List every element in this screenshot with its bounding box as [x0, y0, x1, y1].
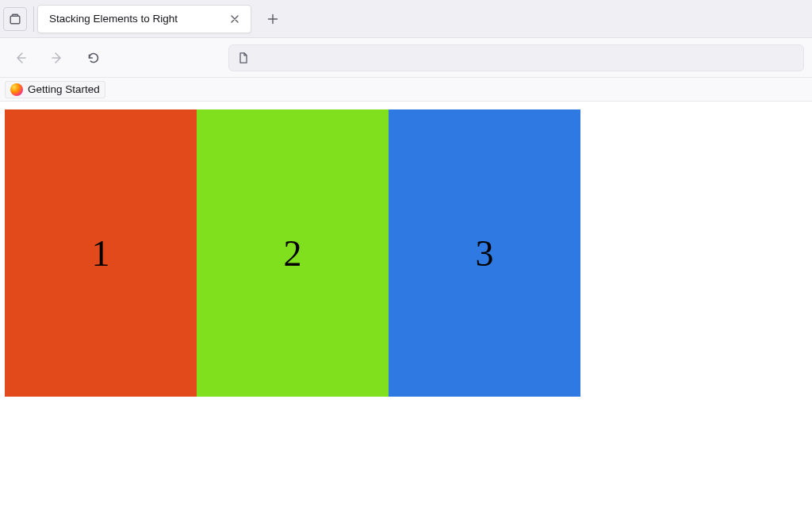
page-icon [237, 52, 250, 64]
box-row: 1 2 3 [5, 109, 812, 397]
box-2: 2 [197, 109, 389, 397]
reload-icon [86, 51, 101, 65]
new-tab-button[interactable] [261, 7, 285, 31]
tab-strip: Stacking Elements to Right [0, 0, 812, 38]
browser-tab[interactable]: Stacking Elements to Right [37, 5, 251, 33]
box-3: 3 [389, 109, 580, 397]
svg-rect-0 [10, 16, 20, 24]
page-viewport: 1 2 3 [0, 102, 812, 522]
bookmark-label: Getting Started [28, 83, 100, 95]
tab-separator [33, 6, 34, 32]
box-1: 1 [5, 109, 197, 397]
box-label: 2 [284, 232, 302, 274]
firefox-icon [10, 83, 23, 96]
recent-icon [9, 13, 21, 25]
box-label: 3 [476, 232, 494, 274]
forward-button[interactable] [44, 45, 70, 71]
arrow-left-icon [13, 51, 28, 65]
close-icon [230, 14, 239, 24]
bookmark-getting-started[interactable]: Getting Started [5, 81, 105, 98]
reload-button[interactable] [81, 45, 106, 71]
browser-chrome: Stacking Elements to Right [0, 0, 812, 102]
box-label: 1 [92, 232, 110, 274]
url-bar[interactable] [228, 44, 804, 71]
back-button[interactable] [8, 45, 33, 71]
recent-browsing-button[interactable] [3, 7, 27, 31]
nav-toolbar [0, 38, 812, 78]
arrow-right-icon [50, 51, 64, 65]
bookmarks-toolbar: Getting Started [0, 78, 812, 102]
plus-icon [267, 13, 278, 25]
document-icon [237, 52, 250, 64]
tab-close-button[interactable] [227, 11, 243, 27]
tab-title: Stacking Elements to Right [49, 13, 227, 25]
